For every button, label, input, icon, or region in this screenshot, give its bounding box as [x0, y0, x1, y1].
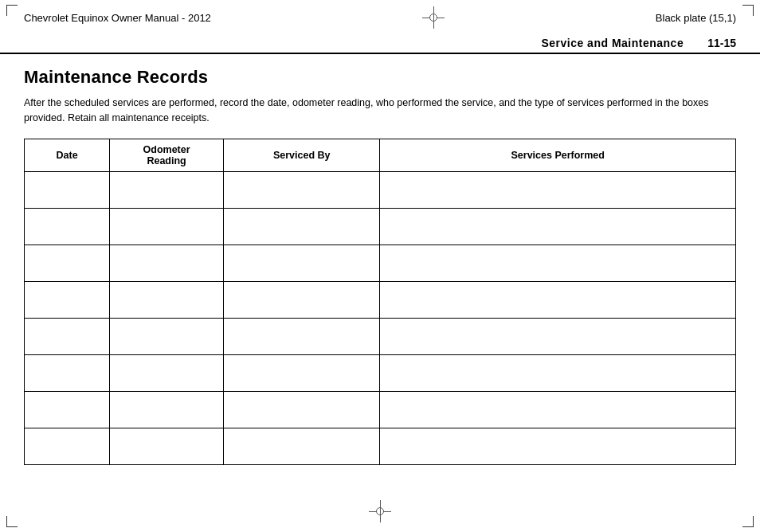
- crosshair-top: [422, 6, 445, 29]
- intro-text: After the scheduled services are perform…: [24, 96, 709, 126]
- crosshair-circle-top: [429, 14, 437, 22]
- table-cell-row0-col1: [110, 171, 224, 208]
- header-center: [422, 6, 445, 29]
- table-cell-row0-col2: [224, 171, 380, 208]
- maintenance-table: Date OdometerReading Serviced By Service…: [24, 139, 736, 465]
- page-heading: Maintenance Records: [24, 67, 736, 88]
- table-cell-row0-col0: [25, 171, 110, 208]
- page-container: Chevrolet Equinox Owner Manual - 2012 Bl…: [0, 0, 760, 532]
- table-cell-row2-col2: [224, 244, 380, 281]
- crosshair-circle-bottom: [376, 507, 384, 515]
- section-title-bar: Service and Maintenance 11-15: [0, 33, 760, 54]
- section-number: 11-15: [707, 37, 736, 49]
- corner-mark-bottom-left: [6, 516, 18, 527]
- crosshair-bottom: [369, 500, 391, 522]
- table-header-row: Date OdometerReading Serviced By Service…: [25, 139, 736, 171]
- table-cell-row7-col2: [224, 428, 380, 464]
- table-cell-row7-col0: [25, 428, 110, 464]
- table-cell-row5-col3: [380, 354, 736, 391]
- table-cell-row2-col1: [110, 244, 224, 281]
- table-cell-row4-col1: [110, 318, 224, 354]
- table-cell-row4-col0: [25, 318, 110, 354]
- section-title: Service and Maintenance: [541, 37, 684, 49]
- table-row: [25, 281, 736, 318]
- table-cell-row4-col3: [380, 318, 736, 354]
- header-bar: Chevrolet Equinox Owner Manual - 2012 Bl…: [0, 0, 760, 33]
- table-cell-row7-col1: [110, 428, 224, 464]
- table-cell-row6-col2: [224, 391, 380, 428]
- table-row: [25, 391, 736, 428]
- corner-mark-bottom-right: [742, 516, 754, 527]
- col-header-odometer: OdometerReading: [110, 139, 224, 171]
- table-row: [25, 171, 736, 208]
- table-row: [25, 428, 736, 464]
- header-right-text: Black plate (15,1): [656, 12, 736, 24]
- table-cell-row5-col0: [25, 354, 110, 391]
- table-row: [25, 208, 736, 244]
- table-cell-row3-col1: [110, 281, 224, 318]
- corner-mark-top-left: [6, 5, 18, 16]
- table-cell-row1-col3: [380, 208, 736, 244]
- table-cell-row3-col2: [224, 281, 380, 318]
- table-cell-row5-col2: [224, 354, 380, 391]
- table-cell-row1-col1: [110, 208, 224, 244]
- table-cell-row5-col1: [110, 354, 224, 391]
- table-cell-row4-col2: [224, 318, 380, 354]
- col-header-date: Date: [25, 139, 110, 171]
- table-cell-row1-col2: [224, 208, 380, 244]
- corner-mark-top-right: [742, 5, 754, 16]
- table-cell-row6-col1: [110, 391, 224, 428]
- crosshair-bottom-icon: [369, 500, 391, 522]
- header-left-text: Chevrolet Equinox Owner Manual - 2012: [24, 12, 211, 24]
- table-cell-row6-col3: [380, 391, 736, 428]
- table-row: [25, 244, 736, 281]
- table-cell-row3-col0: [25, 281, 110, 318]
- main-content: Maintenance Records After the scheduled …: [0, 54, 760, 481]
- table-cell-row6-col0: [25, 391, 110, 428]
- col-header-serviced-by: Serviced By: [224, 139, 380, 171]
- table-cell-row7-col3: [380, 428, 736, 464]
- col-header-services-performed: Services Performed: [380, 139, 736, 171]
- table-cell-row3-col3: [380, 281, 736, 318]
- table-cell-row0-col3: [380, 171, 736, 208]
- table-row: [25, 354, 736, 391]
- table-cell-row1-col0: [25, 208, 110, 244]
- table-row: [25, 318, 736, 354]
- table-cell-row2-col0: [25, 244, 110, 281]
- table-cell-row2-col3: [380, 244, 736, 281]
